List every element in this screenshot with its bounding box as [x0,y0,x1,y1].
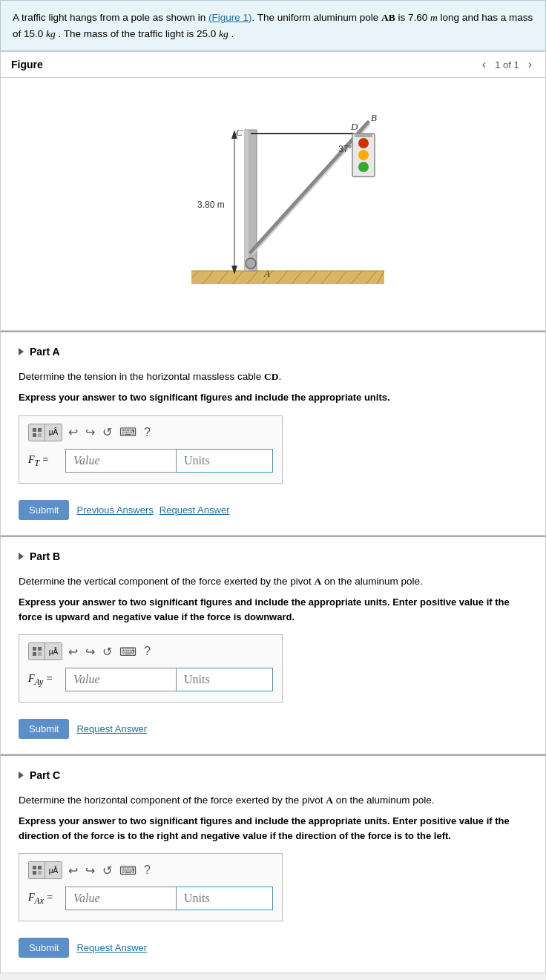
part-b-units-input[interactable] [177,668,273,691]
svg-rect-44 [33,866,36,869]
part-c-toggle-icon[interactable] [19,772,24,779]
svg-point-35 [246,258,256,269]
part-a-keyboard-button[interactable]: ⌨ [118,425,138,439]
problem-statement: A traffic light hangs from a pole as sho… [0,0,546,51]
figure-next-button[interactable]: › [525,58,535,71]
part-b-matrix-icon[interactable] [29,643,45,660]
part-b-format-icon[interactable]: μÂ [45,643,62,660]
part-a-toolbar: μÂ ↩ ↪ ↺ ⌨ ? [28,424,273,441]
figure-link[interactable]: (Figure 1) [208,12,252,23]
part-a-toggle-icon[interactable] [19,348,24,355]
svg-rect-43 [38,652,42,656]
part-b-instruction: Express your answer to two significant f… [19,595,527,624]
part-c-units-input[interactable] [177,887,273,910]
svg-rect-41 [38,647,42,651]
part-c-undo-button[interactable]: ↩ [67,864,79,878]
part-c-toolbar: μÂ ↩ ↪ ↺ ⌨ ? [28,861,273,879]
part-b-keyboard-button[interactable]: ⌨ [118,645,138,659]
svg-text:37°: 37° [338,144,352,154]
figure-page: 1 of 1 [495,59,519,70]
part-b-label: Part B [30,550,60,562]
svg-rect-46 [33,871,36,875]
part-a-input-row: FT = [28,449,273,473]
svg-rect-34 [355,134,372,137]
part-c-variable-label: FAx = [28,892,59,906]
part-c-value-input[interactable] [65,887,177,910]
svg-rect-36 [33,428,36,432]
part-b-help-button[interactable]: ? [142,645,152,658]
part-b-input-row: FAy = [28,668,273,691]
svg-rect-40 [33,647,36,651]
part-b-reset-button[interactable]: ↺ [101,645,114,659]
svg-point-31 [358,138,369,148]
part-a-value-input[interactable] [65,449,177,473]
part-b-request-button[interactable]: Request Answer [76,723,147,734]
part-b-submit-button[interactable]: Submit [19,719,69,739]
part-c-instruction: Express your answer to two significant f… [19,814,527,843]
part-b-answer-box: μÂ ↩ ↪ ↺ ⌨ ? FAy = [19,634,283,703]
part-b-value-input[interactable] [65,668,177,691]
part-c-help-button[interactable]: ? [142,864,152,877]
part-b-toolbar: μÂ ↩ ↪ ↺ ⌨ ? [28,642,273,660]
figure-svg: A C 3.80 m B D 37° [132,93,414,308]
part-c-description: Determine the horizontal component of th… [19,793,527,808]
part-b-undo-button[interactable]: ↩ [67,645,79,659]
part-b-toggle-icon[interactable] [19,553,24,560]
part-a-reset-button[interactable]: ↺ [101,425,114,439]
part-c-reset-button[interactable]: ↺ [101,864,114,878]
part-a-previous-button[interactable]: Previous Answers [76,504,153,516]
figure-prev-button[interactable]: ‹ [479,58,489,71]
svg-rect-38 [33,433,36,437]
part-c-keyboard-button[interactable]: ⌨ [118,864,138,878]
part-c-input-row: FAx = [28,887,273,910]
svg-text:A: A [263,268,270,279]
part-a-title: Part A [19,346,527,358]
figure-nav: ‹ 1 of 1 › [479,58,535,71]
part-c-submit-button[interactable]: Submit [19,938,69,958]
svg-rect-37 [38,428,42,432]
part-a-help-button[interactable]: ? [142,426,152,439]
svg-text:B: B [371,112,377,123]
part-c-matrix-icon[interactable] [29,862,45,878]
figure-content: A C 3.80 m B D 37° [1,78,545,330]
part-b-description: Determine the vertical component of the … [19,574,527,589]
svg-rect-17 [245,130,249,271]
svg-point-33 [358,162,369,172]
svg-text:D: D [350,121,358,132]
part-b-section: Part B Determine the vertical component … [0,536,546,754]
part-c-action-row: Submit Request Answer [19,938,527,958]
figure-header: Figure ‹ 1 of 1 › [1,52,545,78]
svg-rect-42 [33,652,36,656]
part-b-icon-group[interactable]: μÂ [28,642,62,660]
figure-title: Figure [11,59,43,70]
part-a-section: Part A Determine the tension in the hori… [0,331,546,536]
part-a-format-icon[interactable]: μÂ [45,424,62,441]
part-a-units-input[interactable] [177,449,273,473]
svg-rect-45 [38,866,42,869]
part-a-icon-group[interactable]: μÂ [28,424,62,441]
part-a-description: Determine the tension in the horizontal … [19,369,527,384]
part-c-format-icon[interactable]: μÂ [45,862,62,878]
part-b-redo-button[interactable]: ↪ [84,645,96,659]
part-c-redo-button[interactable]: ↪ [84,864,96,878]
svg-text:3.80 m: 3.80 m [197,200,225,210]
part-a-variable-label: FT = [28,454,59,468]
part-b-action-row: Submit Request Answer [19,719,527,739]
part-a-undo-button[interactable]: ↩ [67,425,79,439]
svg-rect-0 [191,271,384,284]
part-c-section: Part C Determine the horizontal componen… [0,754,546,973]
problem-text: A traffic light hangs from a pole as sho… [13,12,208,23]
part-a-matrix-icon[interactable] [29,424,45,441]
part-b-variable-label: FAy = [28,673,59,687]
part-a-answer-box: μÂ ↩ ↪ ↺ ⌨ ? FT = [19,415,283,484]
svg-text:C: C [236,127,243,138]
figure-section: Figure ‹ 1 of 1 › [0,51,546,331]
part-a-request-button[interactable]: Request Answer [159,504,230,516]
part-a-submit-button[interactable]: Submit [19,500,69,520]
part-c-icon-group[interactable]: μÂ [28,861,62,879]
part-c-request-button[interactable]: Request Answer [76,942,147,953]
part-a-action-row: Submit Previous Answers Request Answer [19,500,527,520]
part-a-redo-button[interactable]: ↪ [84,425,96,439]
svg-line-24 [251,122,368,252]
part-a-instruction: Express your answer to two significant f… [19,390,527,405]
